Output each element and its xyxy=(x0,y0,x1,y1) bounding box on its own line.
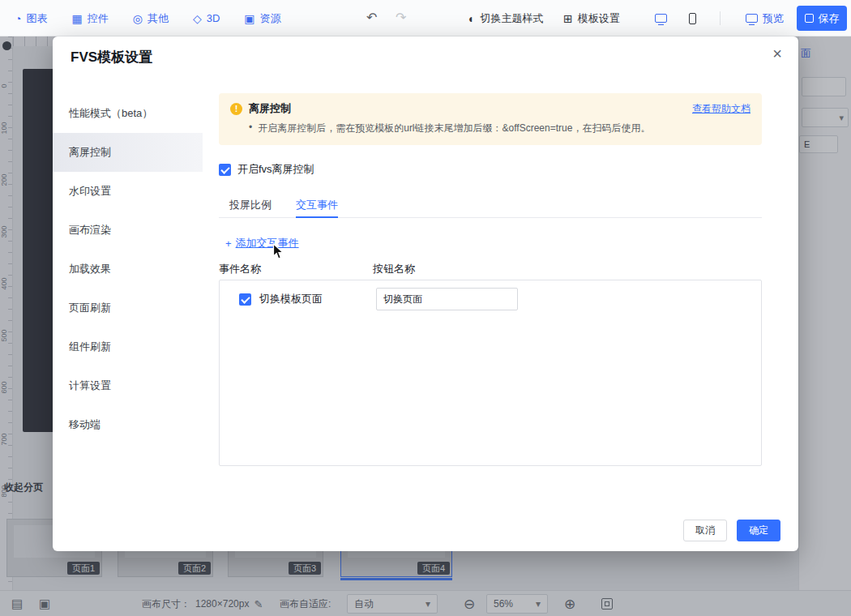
warning-icon: ! xyxy=(230,103,242,115)
cube-icon: ◇ xyxy=(193,13,202,24)
event-button-name-input[interactable] xyxy=(376,288,518,310)
toolbar-menu-label: 其他 xyxy=(148,11,169,26)
event-row-name: 切换模板页面 xyxy=(259,292,323,306)
theme-style-button[interactable]: ◐切换主题样式 xyxy=(468,0,543,36)
notice-text: 开启离屏控制后，需在预览模板的url链接末尾增加后缀：&offScreen=tr… xyxy=(258,122,650,135)
theme-style-label: 切换主题样式 xyxy=(480,11,543,26)
enable-offscreen-label: 开启fvs离屏控制 xyxy=(237,162,314,177)
toolbar-menu-label: 资源 xyxy=(260,11,281,26)
sidebar-item-page-refresh[interactable]: 页面刷新 xyxy=(53,289,203,327)
preview-monitor-icon xyxy=(746,14,758,23)
resource-icon: ▣ xyxy=(244,13,254,24)
widget-icon: ▦ xyxy=(71,13,82,24)
other-icon: ◎ xyxy=(133,13,143,24)
sidebar-item-calculation[interactable]: 计算设置 xyxy=(53,366,203,405)
save-label: 保存 xyxy=(819,11,840,26)
toolbar-menu-other[interactable]: ◎其他 xyxy=(133,11,169,26)
modal-footer: 取消 确定 xyxy=(683,520,780,541)
event-row: 切换模板页面 xyxy=(239,292,323,306)
chart-icon: ◔ xyxy=(15,13,21,24)
grid-icon: ⊞ xyxy=(563,13,573,24)
sidebar-item-offscreen-control[interactable]: 离屏控制 xyxy=(53,133,203,172)
monitor-icon xyxy=(655,14,667,23)
tab-interaction-events[interactable]: 交互事件 xyxy=(296,192,338,217)
toolbar-menu-label: 控件 xyxy=(88,11,109,26)
event-table: 切换模板页面 xyxy=(219,280,762,466)
sidebar-item-watermark[interactable]: 水印设置 xyxy=(53,172,203,211)
modal-title: FVS模板设置 xyxy=(71,48,152,66)
sidebar-item-canvas-render[interactable]: 画布渲染 xyxy=(53,211,203,250)
enable-offscreen-checkbox[interactable] xyxy=(219,164,231,176)
help-doc-link[interactable]: 查看帮助文档 xyxy=(692,102,751,116)
toolbar-menu-charts[interactable]: ◔图表 xyxy=(15,11,47,26)
sidebar-item-loading-effect[interactable]: 加载效果 xyxy=(53,250,203,289)
tab-projection-ratio[interactable]: 投屏比例 xyxy=(229,192,272,217)
template-settings-label: 模板设置 xyxy=(578,11,620,26)
enable-offscreen-row: 开启fvs离屏控制 xyxy=(219,162,314,177)
toolbar-menu-label: 3D xyxy=(207,12,220,24)
column-event-name: 事件名称 xyxy=(219,263,261,275)
close-icon[interactable]: × xyxy=(772,45,782,63)
theme-icon: ◐ xyxy=(468,13,475,24)
top-toolbar: ◔图表 ▦控件 ◎其他 ◇3D ▣资源 ↶ ↷ ◐切换主题样式 ⊞模板设置 预览… xyxy=(0,0,851,36)
notice-title: 离屏控制 xyxy=(249,101,291,116)
modal-content: ! 离屏控制 查看帮助文档 • 开启离屏控制后，需在预览模板的url链接末尾增加… xyxy=(219,93,762,498)
undo-icon[interactable]: ↶ xyxy=(366,10,377,25)
fvs-template-settings-modal: FVS模板设置 × 性能模式（beta） 离屏控制 水印设置 画布渲染 加载效果… xyxy=(53,36,798,551)
mobile-view-button[interactable] xyxy=(689,0,696,36)
sidebar-item-performance-mode[interactable]: 性能模式（beta） xyxy=(53,94,203,133)
redo-icon[interactable]: ↷ xyxy=(396,10,406,25)
add-interaction-event-label: 添加交互事件 xyxy=(236,236,299,250)
preview-label: 预览 xyxy=(763,11,784,26)
toolbar-divider xyxy=(720,11,721,25)
bullet-icon: • xyxy=(249,122,252,135)
sidebar-item-mobile[interactable]: 移动端 xyxy=(53,405,203,444)
cancel-button[interactable]: 取消 xyxy=(683,520,727,541)
phone-icon xyxy=(689,13,696,24)
toolbar-menu-3d[interactable]: ◇3D xyxy=(193,12,220,24)
column-button-name: 按钮名称 xyxy=(373,262,415,276)
confirm-button[interactable]: 确定 xyxy=(737,520,780,541)
toolbar-menu-resources[interactable]: ▣资源 xyxy=(244,11,280,26)
event-row-checkbox[interactable] xyxy=(239,293,251,306)
toolbar-menus: ◔图表 ▦控件 ◎其他 ◇3D ▣资源 xyxy=(15,0,281,36)
save-button[interactable]: 保存 xyxy=(797,6,847,31)
template-settings-button[interactable]: ⊞模板设置 xyxy=(563,0,620,36)
preview-button[interactable]: 预览 xyxy=(746,0,784,36)
desktop-view-button[interactable] xyxy=(655,0,667,36)
add-interaction-event-button[interactable]: + 添加交互事件 xyxy=(225,236,299,250)
event-table-headers: 事件名称 按钮名称 xyxy=(219,262,762,276)
offscreen-notice-box: ! 离屏控制 查看帮助文档 • 开启离屏控制后，需在预览模板的url链接末尾增加… xyxy=(219,93,762,145)
modal-sidebar: 性能模式（beta） 离屏控制 水印设置 画布渲染 加载效果 页面刷新 组件刷新… xyxy=(53,94,203,444)
toolbar-menu-widgets[interactable]: ▦控件 xyxy=(71,11,108,26)
plus-icon: + xyxy=(225,237,232,250)
save-icon xyxy=(805,14,814,23)
toolbar-menu-label: 图表 xyxy=(26,11,47,26)
sidebar-item-component-refresh[interactable]: 组件刷新 xyxy=(53,327,203,366)
settings-tabs: 投屏比例 交互事件 xyxy=(219,192,762,218)
